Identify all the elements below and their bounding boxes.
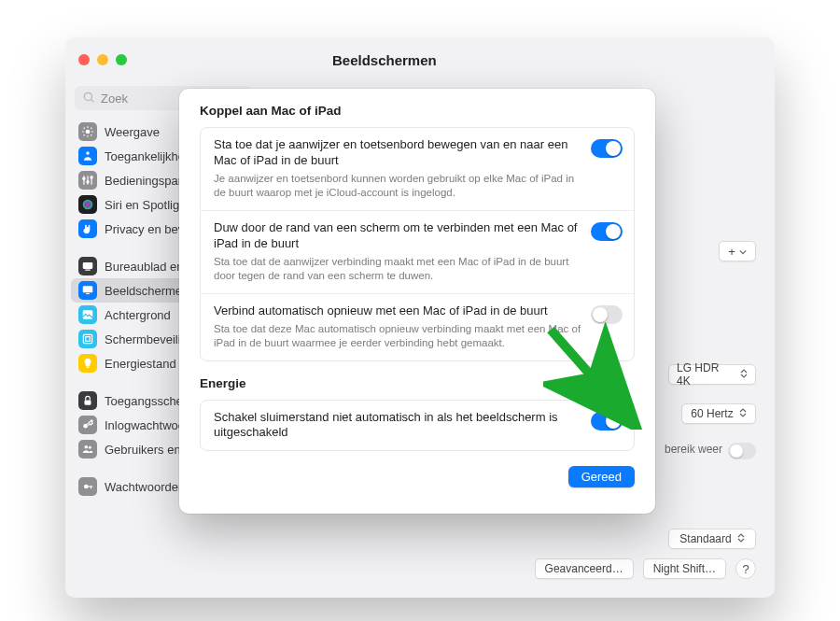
svg-point-28 (83, 424, 88, 429)
svg-rect-19 (83, 262, 93, 269)
setting-description: Sta toe dat de aanwijzer verbinding maak… (214, 255, 581, 284)
add-display-button[interactable]: + (719, 241, 756, 261)
page-title: Beeldschermen (332, 52, 437, 68)
toggle-switch[interactable] (591, 139, 623, 158)
setting-title: Verbind automatisch opnieuw met een Mac … (214, 303, 581, 319)
section-heading-link: Koppel aan Mac of iPad (200, 104, 635, 118)
toggle-switch[interactable] (591, 222, 623, 241)
zoom-window-button[interactable] (116, 54, 127, 65)
advanced-button[interactable]: Geavanceerd… (535, 558, 634, 579)
toggle-switch[interactable] (591, 305, 623, 324)
sliders-icon (78, 171, 97, 190)
sidebar-item-label: Achtergrond (105, 308, 171, 322)
siri-icon (78, 195, 97, 214)
footer-buttons: Geavanceerd… Night Shift… ? (535, 558, 756, 579)
display-icon (78, 281, 97, 300)
svg-point-2 (86, 130, 91, 134)
svg-rect-33 (91, 486, 91, 488)
svg-rect-32 (88, 486, 92, 487)
setting-description: Sta toe dat deze Mac automatisch opnieuw… (214, 322, 581, 351)
search-placeholder: Zoek (101, 92, 128, 106)
search-icon (82, 91, 101, 106)
keyround-icon (78, 477, 97, 496)
svg-point-31 (84, 485, 89, 489)
frame-icon (78, 330, 97, 348)
svg-point-0 (84, 92, 91, 100)
hdr-toggle[interactable] (728, 443, 756, 459)
users-icon (78, 440, 97, 459)
chevron-down-icon (739, 245, 747, 259)
close-window-button[interactable] (78, 54, 90, 65)
svg-rect-22 (86, 293, 90, 294)
hdr-label: bereik weer (665, 443, 722, 456)
svg-rect-27 (85, 400, 91, 404)
minimize-window-button[interactable] (97, 54, 108, 65)
svg-line-8 (91, 134, 91, 135)
link-row: Duw door de rand van een scherm om te ve… (201, 210, 634, 293)
help-button[interactable]: ? (735, 558, 756, 579)
key-icon (78, 416, 97, 434)
svg-rect-20 (85, 270, 91, 271)
svg-point-11 (86, 151, 90, 155)
setting-description: Je aanwijzer en toetsenbord kunnen worde… (214, 172, 581, 201)
sidebar-item-label: Beeldschermen (105, 284, 189, 298)
energy-row: Schakel sluimerstand niet automatisch in… (201, 401, 634, 451)
sun-icon (78, 122, 97, 141)
picture-icon (78, 305, 97, 324)
updown-icon (740, 368, 748, 381)
toggle-switch[interactable] (591, 412, 623, 430)
setting-title: Duw door de rand van een scherm om te ve… (214, 220, 581, 252)
svg-point-29 (85, 445, 89, 449)
sidebar-item-label: Weergave (105, 125, 160, 139)
setting-title: Schakel sluimerstand niet automatisch in… (214, 410, 581, 442)
person-icon (78, 147, 97, 165)
lock-icon (78, 391, 97, 410)
updown-icon (737, 532, 745, 545)
done-button[interactable]: Gereed (568, 466, 635, 487)
svg-rect-21 (83, 286, 93, 292)
updown-icon (739, 407, 747, 420)
svg-line-7 (84, 128, 85, 129)
svg-point-30 (89, 446, 91, 449)
advanced-settings-sheet: Koppel aan Mac of iPad Sta toe dat je aa… (179, 89, 655, 514)
sidebar-item-label: Energiestand (105, 357, 176, 371)
settings-group-link: Sta toe dat je aanwijzer en toetsenbord … (200, 127, 635, 361)
bulb-icon (78, 354, 97, 373)
svg-point-15 (83, 177, 85, 179)
svg-point-16 (87, 181, 89, 183)
window-controls (78, 54, 127, 65)
svg-rect-26 (86, 367, 90, 368)
display-select[interactable]: LG HDR 4K (668, 364, 756, 385)
preset-select[interactable]: Standaard (668, 529, 756, 549)
sidebar-item-label: Siri en Spotlight (105, 198, 189, 212)
hand-icon (78, 219, 97, 238)
svg-point-18 (83, 200, 93, 210)
section-heading-energy: Energie (200, 376, 635, 390)
svg-line-1 (91, 99, 94, 102)
dock-icon (78, 257, 97, 275)
svg-rect-24 (83, 334, 91, 343)
sidebar-item-label: Wachtwoorden (105, 480, 185, 494)
settings-group-energy: Schakel sluimerstand niet automatisch in… (200, 400, 635, 452)
svg-line-9 (84, 134, 85, 135)
setting-title: Sta toe dat je aanwijzer en toetsenbord … (214, 137, 581, 169)
night-shift-button[interactable]: Night Shift… (643, 558, 726, 579)
link-row: Sta toe dat je aanwijzer en toetsenbord … (201, 128, 634, 210)
svg-point-17 (91, 176, 92, 178)
svg-line-10 (91, 128, 91, 129)
svg-rect-25 (86, 337, 91, 342)
titlebar: Beeldschermen (65, 37, 775, 82)
refresh-rate-select[interactable]: 60 Hertz (681, 403, 756, 424)
link-row: Verbind automatisch opnieuw met een Mac … (201, 293, 634, 360)
